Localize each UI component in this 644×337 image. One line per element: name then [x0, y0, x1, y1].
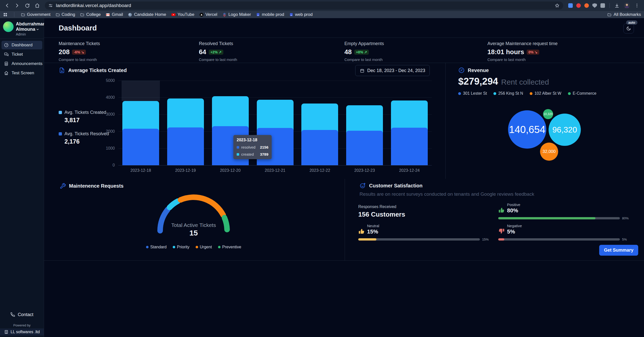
tooltip-series-value: 3789	[260, 152, 268, 156]
maintenance-panel-header: Maintenence Requests	[60, 183, 124, 189]
stat-label: Average Maintenance request time	[487, 41, 558, 46]
vercel-icon	[199, 13, 204, 17]
red-extension-icon[interactable]	[576, 3, 581, 8]
y-axis-tick: 3000	[106, 112, 115, 117]
bookmark-candidate-home[interactable]: Candidate Home	[128, 12, 166, 17]
gmail-icon	[106, 13, 110, 17]
bar-resolved[interactable]	[346, 131, 383, 165]
gauge-legend-item: Standard	[146, 245, 167, 249]
bar-resolved[interactable]	[167, 127, 204, 165]
metric-bar-row: 80%	[498, 216, 639, 220]
x-axis-label: 2023-12-20	[208, 168, 253, 173]
bookmark-label: YouTube	[177, 12, 194, 17]
metric-bar-track	[358, 238, 480, 241]
sidebar-item-announcements[interactable]: Announcements	[2, 59, 42, 68]
stat-label: Resolved Tickets	[199, 41, 237, 46]
revenue-bubble[interactable]: 10,320	[543, 109, 553, 119]
orange-extension-icon[interactable]	[584, 3, 589, 8]
stat-value: 208	[59, 48, 69, 56]
bookmark-web-prod[interactable]: web prod	[289, 12, 313, 17]
stat-value-row: 48+8% ↗	[344, 48, 384, 56]
revenue-bubble[interactable]: 140,654	[508, 110, 546, 149]
site-settings-icon[interactable]	[48, 3, 53, 8]
hover-highlight	[122, 81, 160, 101]
chevron-down-icon[interactable]	[36, 27, 40, 31]
all-bookmarks[interactable]: All Bookmarks	[607, 12, 641, 17]
date-range-button[interactable]: Dec 18, 2023 - Dec 24, 2023	[355, 65, 430, 76]
tooltip-series-dot	[237, 153, 239, 156]
metric-bar-pct-label: 80%	[622, 216, 629, 220]
stat-card: Maintenance Tickets208-6% ↘Compare to la…	[59, 41, 100, 62]
thumb-up-icon	[358, 228, 365, 234]
bookmark-government[interactable]: Government	[21, 12, 51, 17]
download-icon[interactable]	[612, 1, 621, 10]
translate-extension-icon[interactable]	[568, 3, 573, 8]
globe-icon	[128, 13, 132, 17]
metric-value: 80%	[507, 207, 520, 214]
sidebar-item-label: Test Screen	[12, 71, 34, 76]
browser-toolbar: landlordlinkai.vercel.app/dashboard	[0, 0, 644, 11]
bookmark-vercel[interactable]: Vercel	[199, 12, 217, 17]
bookmark-mobile-prod[interactable]: mobile prod	[256, 12, 284, 17]
stat-trend-badge: -6% ↘	[72, 50, 86, 55]
bookmark-logo-maker[interactable]: Logo Maker	[222, 12, 251, 17]
stat-trend-badge: +2% ↗	[209, 50, 223, 55]
bookmark-coding[interactable]: Coding	[56, 12, 75, 17]
forward-icon[interactable]	[13, 1, 22, 10]
legend-dot	[59, 132, 62, 136]
menu-kebab-icon[interactable]	[632, 1, 641, 10]
youtube-icon	[171, 12, 176, 17]
apps-grid-icon[interactable]	[3, 12, 8, 17]
stat-trend-badge: +8% ↗	[354, 50, 369, 55]
legend-label: Avg. Tickets Created	[64, 110, 106, 115]
gray-extension-icon[interactable]	[600, 3, 605, 8]
bookmark-gmail[interactable]: Gmail	[106, 12, 123, 17]
reload-icon[interactable]	[23, 1, 32, 10]
stat-compare-label: Compare to last month	[59, 57, 100, 62]
address-bar[interactable]: landlordlinkai.vercel.app/dashboard	[45, 2, 563, 10]
back-icon[interactable]	[3, 1, 12, 10]
company-label: LL softwares .ltd	[11, 330, 40, 334]
bar-resolved[interactable]	[391, 128, 428, 165]
bookmark-label: College	[86, 12, 101, 17]
bar-resolved[interactable]	[301, 130, 338, 165]
bookmark-label: Government	[27, 12, 51, 17]
url-text[interactable]: landlordlinkai.vercel.app/dashboard	[56, 3, 131, 8]
browser-avatar[interactable]	[622, 1, 631, 10]
metric-text: Negative5%	[507, 224, 522, 235]
chart-legend-item: Avg. Tickets Created3,817	[59, 110, 109, 124]
folder-icon	[21, 13, 25, 17]
bar-resolved[interactable]	[122, 129, 159, 165]
x-axis-label: 2023-12-18	[118, 168, 163, 173]
stats-row: Maintenance Tickets208-6% ↘Compare to la…	[44, 38, 644, 63]
bookmarks-divider	[14, 12, 14, 17]
revenue-bubble[interactable]: 32,000	[540, 143, 558, 161]
bookmark-youtube[interactable]: YouTube	[171, 12, 194, 17]
metric-bar-track	[498, 217, 620, 219]
home-icon[interactable]	[33, 1, 42, 10]
sidebar-item-test-screen[interactable]: Test Screen	[2, 69, 42, 77]
revenue-bubble[interactable]: 96,320	[549, 114, 581, 146]
tickets-chart-legend: Avg. Tickets Created3,817Avg. Tickets Re…	[59, 110, 109, 145]
thumb-up-icon	[498, 207, 505, 213]
metric-bar-row: 15%	[358, 238, 499, 241]
user-profile[interactable]: Abdurrahman Almouna Admin	[0, 18, 44, 39]
get-summary-button[interactable]: Get Summary	[599, 245, 638, 256]
bookmark-star-icon[interactable]	[555, 3, 560, 8]
contact-link[interactable]: Contact	[0, 312, 44, 317]
x-axis-label: 2023-12-21	[253, 168, 298, 173]
bar-group: 2023-12-18	[118, 81, 163, 165]
bookmark-college[interactable]: College	[80, 12, 101, 17]
sidebar-item-dashboard[interactable]: Dashboard	[2, 41, 42, 49]
metric-head: Negative5%	[498, 224, 639, 235]
theme-toggle-button[interactable]	[623, 23, 634, 33]
y-axis-tick: 0	[113, 163, 115, 167]
legend-value: 2,176	[64, 138, 109, 145]
shield-extension-icon[interactable]	[592, 3, 597, 8]
sidebar-nav: DashboardTicketAnnouncementsTest Screen	[0, 39, 44, 80]
legend-dot	[173, 246, 175, 248]
sidebar-item-ticket[interactable]: Ticket	[2, 50, 42, 59]
bookmark-label: Coding	[62, 12, 75, 17]
stat-card: Empty Appartments48+8% ↗Compare to last …	[344, 41, 384, 62]
home-icon	[4, 71, 9, 76]
